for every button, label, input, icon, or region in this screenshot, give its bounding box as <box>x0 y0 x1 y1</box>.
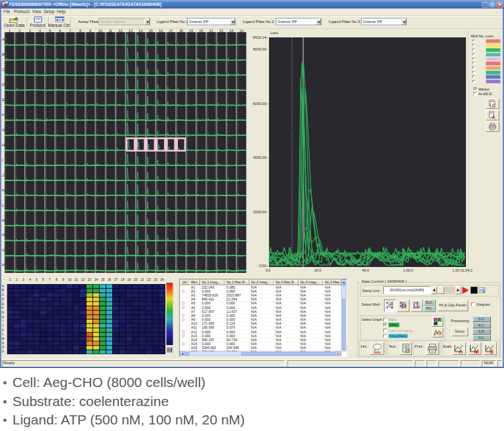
svg-text:Info: Info <box>374 350 381 354</box>
svg-text:M: M <box>474 348 479 354</box>
svg-text:A: A <box>459 348 463 354</box>
svg-text:A: A <box>492 115 495 119</box>
svg-text:S: S <box>490 348 494 354</box>
svg-text:C: C <box>492 103 495 108</box>
